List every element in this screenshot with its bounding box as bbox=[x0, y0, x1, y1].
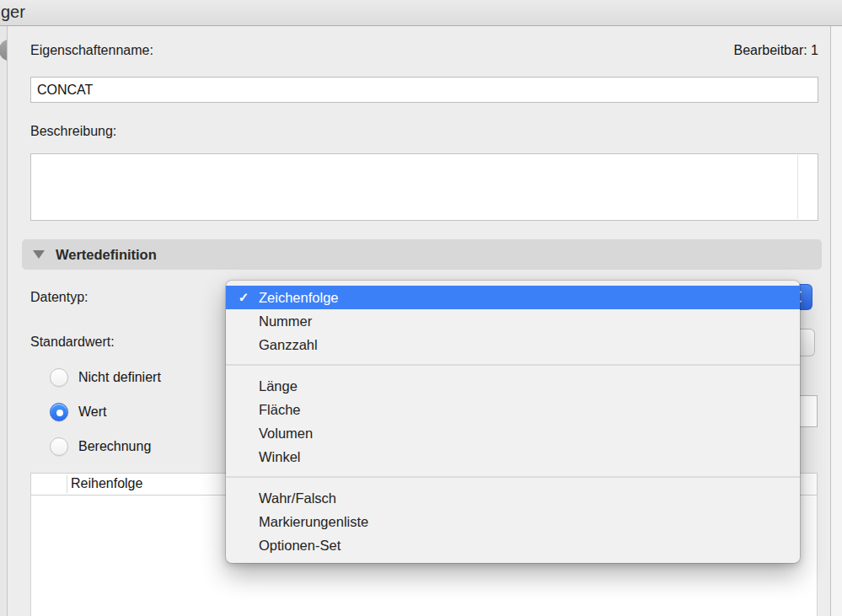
menu-item-label: Zeichenfolge bbox=[259, 290, 338, 306]
description-label: Beschreibung: bbox=[30, 124, 116, 139]
radio-label: Berechnung bbox=[78, 439, 151, 454]
menu-item-label: Volumen bbox=[259, 426, 313, 442]
checkmark-icon: ✓ bbox=[233, 286, 254, 309]
datentyp-label: Datentyp: bbox=[30, 290, 88, 305]
menu-item-optionen-set[interactable]: Optionen-Set bbox=[226, 533, 800, 557]
menu-item-label: Wahr/Falsch bbox=[259, 490, 336, 506]
disclosure-triangle-icon[interactable] bbox=[33, 250, 45, 259]
menu-item-winkel[interactable]: Winkel bbox=[226, 445, 800, 469]
menu-item-label: Winkel bbox=[259, 449, 301, 465]
menu-item-label: Fläche bbox=[259, 402, 301, 418]
radio-wert[interactable]: Wert bbox=[50, 403, 106, 421]
column-divider bbox=[67, 475, 67, 493]
menu-item-wahr-falsch[interactable]: Wahr/Falsch bbox=[226, 486, 800, 510]
left-panel-edge bbox=[0, 26, 8, 616]
menu-item-label: Markierungenliste bbox=[259, 514, 368, 530]
description-box bbox=[30, 153, 818, 221]
right-window-edge bbox=[830, 26, 842, 616]
radio-label: Nicht definiert bbox=[78, 370, 161, 385]
section-title: Wertedefinition bbox=[56, 247, 157, 263]
radio-berechnung[interactable]: Berechnung bbox=[50, 437, 151, 456]
column-header-reihenfolge[interactable]: Reihenfolge bbox=[71, 476, 142, 491]
radio-circle-icon[interactable] bbox=[50, 437, 68, 456]
menu-item-flaeche[interactable]: Fläche bbox=[226, 398, 800, 421]
property-name-input[interactable] bbox=[30, 77, 818, 103]
radio-circle-selected-icon[interactable] bbox=[50, 403, 68, 421]
menu-item-label: Optionen-Set bbox=[259, 538, 341, 554]
radio-label: Wert bbox=[78, 404, 106, 420]
menu-item-nummer[interactable]: Nummer bbox=[226, 309, 800, 333]
menu-separator bbox=[226, 476, 800, 478]
menu-separator bbox=[226, 364, 800, 366]
hidden-control-cap[interactable] bbox=[798, 329, 815, 356]
radio-nicht-definiert[interactable]: Nicht definiert bbox=[50, 368, 161, 387]
menu-item-markierungenliste[interactable]: Markierungenliste bbox=[226, 510, 800, 533]
menu-item-label: Ganzzahl bbox=[259, 337, 318, 353]
description-textarea[interactable] bbox=[31, 154, 818, 220]
window-title: ger bbox=[1, 3, 25, 22]
menu-item-label: Länge bbox=[259, 378, 298, 394]
standardwert-label: Standardwert: bbox=[30, 335, 115, 350]
window-titlebar: ger bbox=[0, 0, 842, 26]
menu-item-label: Nummer bbox=[259, 313, 312, 329]
property-name-label: Eigenschaftenname: bbox=[30, 43, 153, 58]
wert-value-field-edge[interactable] bbox=[797, 395, 818, 427]
datentyp-dropdown-menu: ✓ Zeichenfolge Nummer Ganzzahl Länge Flä… bbox=[226, 281, 800, 563]
menu-item-volumen[interactable]: Volumen bbox=[226, 421, 800, 445]
editable-count-label: Bearbeitbar: 1 bbox=[733, 43, 818, 58]
menu-item-zeichenfolge[interactable]: ✓ Zeichenfolge bbox=[226, 286, 800, 309]
property-editor-dialog: ger Eigenschaftenname: Bearbeitbar: 1 Be… bbox=[0, 0, 842, 616]
wertedefinition-section-header[interactable]: Wertedefinition bbox=[22, 239, 822, 270]
radio-circle-icon[interactable] bbox=[50, 368, 68, 387]
menu-item-laenge[interactable]: Länge bbox=[226, 374, 800, 398]
menu-item-ganzzahl[interactable]: Ganzzahl bbox=[226, 333, 800, 356]
